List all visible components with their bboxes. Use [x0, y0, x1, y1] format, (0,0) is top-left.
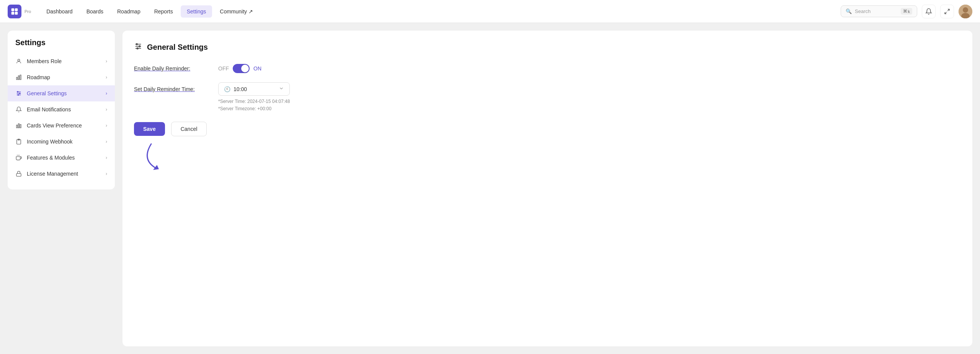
toggle-switch[interactable]: [233, 64, 250, 73]
bell-icon: [15, 106, 22, 113]
sidebar-general-settings-label: General Settings: [27, 90, 67, 96]
roadmap-bar-icon: [15, 74, 22, 81]
svg-rect-1: [15, 8, 18, 11]
sidebar-email-notifications-label: Email Notifications: [27, 106, 71, 113]
chevron-right-icon: ›: [106, 171, 107, 176]
svg-line-4: [947, 9, 949, 11]
notification-bell[interactable]: [922, 5, 936, 18]
lock-icon: [15, 170, 22, 177]
nav-community[interactable]: Community ↗: [214, 5, 259, 18]
chevron-right-icon: ›: [106, 91, 107, 96]
content-header: General Settings: [134, 42, 961, 52]
main-layout: Settings Members Role › Roadmap › Genera…: [0, 23, 980, 354]
svg-rect-10: [16, 77, 18, 80]
server-timezone-text: *Server Timezone: +00:00: [218, 105, 290, 113]
svg-point-16: [17, 91, 18, 93]
sidebar-roadmap-label: Roadmap: [27, 74, 50, 80]
chevron-right-icon: ›: [106, 107, 107, 112]
sidebar-item-incoming-webhook[interactable]: Incoming Webhook ›: [8, 134, 115, 150]
svg-rect-12: [20, 75, 21, 80]
nav-dashboard[interactable]: Dashboard: [40, 5, 79, 18]
sidebar-item-cards-view-preference[interactable]: Cards View Preference ›: [8, 117, 115, 134]
svg-rect-19: [16, 125, 18, 128]
svg-rect-20: [18, 124, 20, 128]
time-chevron-icon: [279, 86, 284, 92]
svg-rect-26: [16, 173, 21, 176]
content-title: General Settings: [147, 43, 208, 52]
arrow-annotation: [134, 140, 961, 172]
time-value: 10:00: [234, 86, 247, 92]
svg-rect-0: [11, 8, 15, 11]
time-label[interactable]: Set Daily Reminder Time:: [134, 82, 211, 92]
chevron-right-icon: ›: [106, 123, 107, 128]
sidebar-features-modules-label: Features & Modules: [27, 155, 75, 161]
pro-badge: Pro: [24, 9, 31, 14]
chevron-right-icon: ›: [106, 75, 107, 80]
nav-links: Dashboard Boards Roadmap Reports Setting…: [40, 5, 838, 18]
svg-rect-2: [11, 11, 15, 15]
general-settings-icon: [134, 42, 142, 52]
sidebar-item-roadmap[interactable]: Roadmap ›: [8, 69, 115, 85]
nav-settings[interactable]: Settings: [181, 5, 212, 18]
chevron-right-icon: ›: [106, 139, 107, 144]
server-time-text: *Server Time: 2024-07-15 04:07:48: [218, 98, 290, 105]
nav-roadmap[interactable]: Roadmap: [111, 5, 147, 18]
nav-right: 🔍 Search ⌘ k: [841, 5, 972, 18]
svg-line-5: [945, 12, 947, 14]
sidebar-item-general-settings[interactable]: General Settings ›: [8, 85, 115, 101]
sidebar-item-license-management[interactable]: License Management ›: [8, 166, 115, 182]
clock-icon: 🕙: [224, 86, 230, 92]
server-info: *Server Time: 2024-07-15 04:07:48 *Serve…: [218, 98, 290, 113]
content-area: General Settings Enable Daily Reminder: …: [122, 31, 972, 346]
sidebar-item-email-notifications[interactable]: Email Notifications ›: [8, 101, 115, 117]
sidebar-incoming-webhook-label: Incoming Webhook: [27, 139, 73, 145]
btn-row: Save Cancel: [134, 122, 961, 136]
toggle-row: OFF ON: [218, 64, 261, 73]
sidebar-members-role-label: Members Role: [27, 58, 62, 64]
coffee-icon: [15, 154, 22, 161]
svg-rect-21: [20, 124, 21, 128]
time-select[interactable]: 🕙 10:00: [218, 82, 290, 96]
sidebar: Settings Members Role › Roadmap › Genera…: [8, 31, 115, 189]
search-box[interactable]: 🔍 Search ⌘ k: [841, 5, 917, 17]
sidebar-cards-view-label: Cards View Preference: [27, 122, 82, 129]
svg-point-17: [19, 93, 20, 94]
cancel-button[interactable]: Cancel: [171, 122, 207, 136]
svg-rect-3: [15, 11, 18, 15]
reminder-time-row: Set Daily Reminder Time: 🕙 10:00 *Server…: [134, 82, 961, 113]
nav-boards[interactable]: Boards: [80, 5, 109, 18]
search-icon: 🔍: [846, 8, 852, 14]
reminder-label[interactable]: Enable Daily Reminder:: [134, 65, 211, 72]
chevron-right-icon: ›: [106, 155, 107, 160]
topnav: Pro Dashboard Boards Roadmap Reports Set…: [0, 0, 980, 23]
sidebar-title: Settings: [8, 38, 115, 53]
svg-rect-11: [18, 76, 20, 80]
svg-point-18: [18, 95, 19, 96]
sidebar-item-features-modules[interactable]: Features & Modules ›: [8, 150, 115, 166]
person-icon: [15, 58, 22, 65]
toggle-knob: [241, 65, 249, 72]
toggle-on-label: ON: [253, 65, 261, 72]
sliders-icon: [15, 90, 22, 97]
expand-button[interactable]: [940, 5, 954, 18]
chevron-right-icon: ›: [106, 59, 107, 64]
save-button[interactable]: Save: [134, 122, 165, 136]
sidebar-license-management-label: License Management: [27, 171, 78, 177]
clipboard-icon: [15, 138, 22, 145]
cards-bar-icon: [15, 122, 22, 129]
toggle-off-label: OFF: [218, 65, 229, 72]
reminder-toggle-row: Enable Daily Reminder: OFF ON: [134, 64, 961, 73]
logo-icon[interactable]: [8, 5, 21, 18]
svg-point-31: [139, 46, 140, 47]
svg-point-9: [18, 59, 20, 61]
search-placeholder: Search: [855, 8, 871, 14]
search-kbd: ⌘ k: [901, 8, 913, 15]
avatar[interactable]: [959, 5, 972, 18]
svg-point-32: [137, 48, 138, 49]
annotation-arrow-svg: [134, 140, 180, 171]
nav-reports[interactable]: Reports: [148, 5, 179, 18]
svg-point-7: [963, 7, 968, 13]
logo-area: Pro: [8, 5, 31, 18]
time-col: 🕙 10:00 *Server Time: 2024-07-15 04:07:4…: [218, 82, 290, 113]
sidebar-item-members-role[interactable]: Members Role ›: [8, 53, 115, 69]
